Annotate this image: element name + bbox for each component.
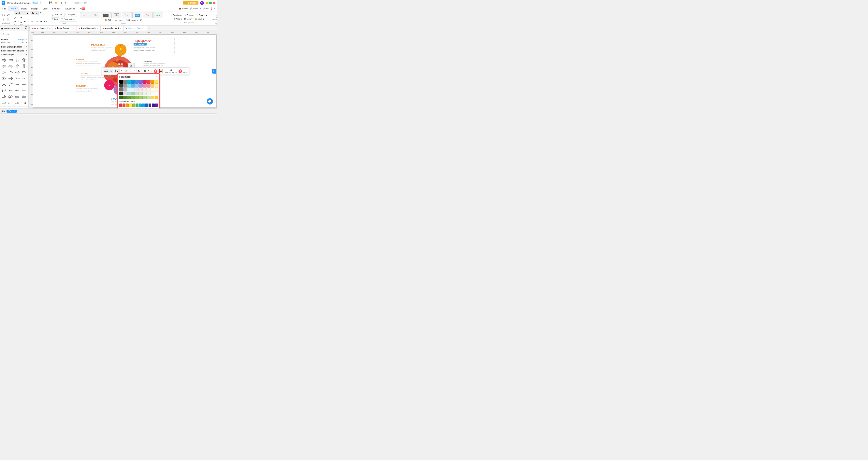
- rotate-button[interactable]: ↻ Rotate ▾: [196, 13, 208, 17]
- shape-right-arrow2[interactable]: [8, 64, 13, 69]
- minimize-button[interactable]: [206, 2, 208, 4]
- sc-14[interactable]: [32, 115, 34, 115]
- color-mint[interactable]: [143, 92, 147, 95]
- color-lime4[interactable]: [139, 96, 143, 99]
- sc-3[interactable]: [6, 115, 8, 115]
- shape-curved-up[interactable]: [1, 82, 7, 87]
- shape-dbl-left[interactable]: [14, 88, 20, 94]
- sc-white[interactable]: [42, 115, 44, 115]
- shape-notch-right[interactable]: [21, 70, 27, 75]
- float-underline-btn[interactable]: U: [144, 70, 146, 73]
- color-green1[interactable]: [131, 92, 135, 95]
- color-green4[interactable]: [127, 96, 131, 99]
- style-swatch-5[interactable]: Abc: [122, 12, 132, 18]
- color-lime3[interactable]: [135, 96, 139, 99]
- shape-small-process[interactable]: [1, 100, 7, 106]
- menu-ai[interactable]: AI hot: [77, 6, 88, 11]
- sc-15[interactable]: [35, 115, 37, 115]
- select-button[interactable]: ⬚ Select ▾: [51, 12, 64, 17]
- position-button[interactable]: ⊡ Position ▾: [169, 13, 183, 17]
- panel-collapse-button[interactable]: «: [25, 26, 27, 30]
- shape-loop-l[interactable]: [1, 88, 7, 94]
- align-button[interactable]: ≡▾: [19, 16, 23, 19]
- zoom-out-btn[interactable]: −: [199, 114, 200, 115]
- styles-expand-button[interactable]: ⊞: [140, 19, 143, 22]
- canvas[interactable]: -220 -200 -180 -160 -140 -120 -100 -80: [29, 34, 217, 108]
- sc-7[interactable]: [16, 115, 18, 115]
- std-violet[interactable]: [155, 103, 158, 107]
- float-font-shrink[interactable]: A⁻: [125, 69, 129, 73]
- search-input[interactable]: [1, 32, 29, 36]
- shape-dbl-chevron[interactable]: >>: [21, 76, 27, 81]
- std-red2[interactable]: [123, 103, 125, 107]
- maximize-button[interactable]: [209, 2, 212, 4]
- color-blue1[interactable]: [131, 80, 135, 84]
- shape-process-arrow[interactable]: [1, 94, 7, 100]
- color-red1[interactable]: [147, 80, 151, 84]
- shape-arrow-fill[interactable]: [8, 76, 13, 81]
- zoom-in-btn[interactable]: +: [208, 114, 209, 115]
- add-tab-button[interactable]: +: [148, 27, 151, 30]
- format-painter-button[interactable]: 🖌: [6, 13, 10, 17]
- notify-btn[interactable]: ●: [214, 7, 215, 10]
- page-nav-right[interactable]: ▶: [4, 110, 5, 112]
- arrow-shapes-close[interactable]: ×: [26, 54, 27, 56]
- float-format-painter-btn[interactable]: 🖌 Format Painter: [165, 68, 178, 74]
- style-swatch-7[interactable]: Abc: [143, 12, 153, 18]
- float-font-grow[interactable]: A⁺: [120, 69, 124, 73]
- color-pink1[interactable]: [143, 80, 147, 84]
- std-red1[interactable]: [119, 103, 122, 107]
- color-orange1[interactable]: [151, 80, 154, 84]
- sc-9[interactable]: [21, 115, 23, 115]
- color-darkgreen[interactable]: [119, 96, 123, 99]
- focus-label[interactable]: Focus: [192, 114, 198, 115]
- fullscreen-btn[interactable]: ⛶: [213, 114, 215, 115]
- color-black[interactable]: [119, 80, 123, 84]
- color-yellow3[interactable]: [151, 88, 154, 92]
- color-pink2[interactable]: [143, 84, 147, 88]
- shape-reverse-chevron[interactable]: [21, 100, 27, 106]
- shape-left-arrow-outline[interactable]: [8, 57, 13, 63]
- publish-btn[interactable]: 📤 Publish: [179, 7, 188, 10]
- sc-4[interactable]: [9, 115, 11, 115]
- std-lime[interactable]: [132, 103, 135, 107]
- color-white2[interactable]: [155, 92, 158, 95]
- manage-btn[interactable]: Manage: [18, 39, 25, 41]
- float-size-select[interactable]: 14: [114, 69, 120, 73]
- color-lightgray2[interactable]: [123, 88, 127, 92]
- color-orange2[interactable]: [151, 84, 154, 88]
- font-grow-button[interactable]: A⁺: [39, 11, 44, 15]
- color-purple2[interactable]: [139, 84, 143, 88]
- color-lightgreen[interactable]: [147, 92, 151, 95]
- open-button[interactable]: 📂: [54, 1, 59, 5]
- color-lime2[interactable]: [139, 92, 143, 95]
- std-cyan[interactable]: [139, 103, 142, 107]
- color-lime6[interactable]: [147, 96, 151, 99]
- strikethrough-button[interactable]: S: [23, 20, 26, 23]
- menu-home[interactable]: Home: [8, 6, 19, 11]
- shape-double-arrow[interactable]: [14, 70, 20, 75]
- save-button[interactable]: 💾: [48, 1, 53, 5]
- color-blue3[interactable]: [131, 84, 135, 88]
- shape-bent-arrow-l[interactable]: [1, 70, 7, 75]
- shape-left-filled[interactable]: [21, 94, 27, 100]
- tab-close-4[interactable]: ×: [120, 27, 121, 29]
- tab-bp[interactable]: Business Plan ... ×: [124, 26, 147, 31]
- sc-12[interactable]: [28, 115, 30, 115]
- color-blue4[interactable]: [135, 84, 139, 88]
- style-swatch-4[interactable]: Abc: [112, 12, 121, 18]
- sc-gray[interactable]: [46, 115, 49, 115]
- color-pink3[interactable]: [139, 88, 143, 92]
- style-swatch-6[interactable]: Abc: [132, 12, 142, 18]
- menu-advanced[interactable]: Advanced: [63, 6, 77, 11]
- color-white1[interactable]: [151, 92, 154, 95]
- share-btn[interactable]: 🔗 Share: [190, 7, 198, 10]
- std-yellow[interactable]: [129, 103, 132, 107]
- shape-button[interactable]: □ Shape ▾: [64, 12, 77, 17]
- page-1-tab[interactable]: Page-1: [6, 110, 17, 112]
- color-yellow1[interactable]: [155, 80, 158, 84]
- underline-button[interactable]: U: [20, 20, 23, 23]
- undo-button[interactable]: ↩: [39, 1, 43, 5]
- sc-10[interactable]: [23, 115, 25, 115]
- float-italic-btn[interactable]: I: [141, 70, 143, 73]
